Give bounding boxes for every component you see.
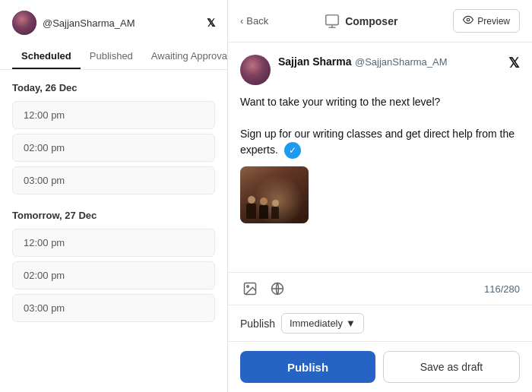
eye-icon [463,14,473,27]
time-slot[interactable]: 03:00 pm [12,294,215,322]
back-label: Back [246,15,268,27]
wordpress-icon[interactable] [268,279,287,299]
post-user-info: Sajjan Sharma @SajjanSharma_AM [278,55,501,68]
time-slot[interactable]: 12:00 pm [12,101,215,129]
tabs-row: Scheduled Published Awaiting Approval [12,44,215,69]
post-area: Sajjan Sharma @SajjanSharma_AM 𝕏 Want to… [228,43,532,272]
publish-options-label: Publish [240,318,275,330]
svg-rect-0 [326,14,339,24]
post-text-line2: Sign up for our writing classes and get … [240,128,515,156]
tomorrow-section: Tomorrow, 27 Dec 12:00 pm 02:00 pm 03:00… [12,210,215,322]
tab-scheduled[interactable]: Scheduled [12,44,81,69]
post-text-line1: Want to take your writing to the next le… [240,96,440,108]
post-user-handle: @SajjanSharma_AM [355,56,448,68]
preview-label: Preview [477,16,510,27]
image-upload-icon[interactable] [240,279,260,299]
right-panel: ‹ Back Composer Preview Sajjan Sha [228,0,532,392]
time-slot[interactable]: 02:00 pm [12,134,215,162]
tomorrow-date-label: Tomorrow, 27 Dec [12,210,215,221]
post-header: Sajjan Sharma @SajjanSharma_AM 𝕏 [240,55,520,85]
image-figures [246,198,279,219]
publish-options-row: Publish Immediately ▼ [228,305,532,342]
left-panel: @SajjanSharma_AM 𝕏 Scheduled Published A… [0,0,228,392]
post-avatar [240,55,271,85]
chevron-left-icon: ‹ [240,15,243,27]
composer-title: Composer [345,15,397,27]
left-header: @SajjanSharma_AM 𝕏 Scheduled Published A… [0,0,227,70]
back-button[interactable]: ‹ Back [240,15,268,27]
today-date-label: Today, 26 Dec [12,82,215,93]
post-image [240,166,309,223]
profile-row: @SajjanSharma_AM 𝕏 [12,11,215,35]
verified-check-badge: ✓ [284,142,301,159]
post-content: Want to take your writing to the next le… [240,94,520,159]
preview-button[interactable]: Preview [453,9,520,33]
toolbar-row: 116/280 [228,272,532,305]
tab-published[interactable]: Published [81,44,142,69]
time-slot[interactable]: 02:00 pm [12,261,215,289]
publish-button[interactable]: Publish [240,351,375,383]
save-as-draft-button[interactable]: Save as draft [383,351,520,383]
composer-header: ‹ Back Composer Preview [228,0,532,43]
svg-point-1 [467,18,470,21]
profile-name: @SajjanSharma_AM [43,17,135,29]
immediately-dropdown[interactable]: Immediately ▼ [281,313,364,334]
x-brand-icon: 𝕏 [508,55,520,71]
tab-awaiting-approval[interactable]: Awaiting Approval [142,44,228,69]
chevron-down-icon: ▼ [346,318,356,329]
today-section: Today, 26 Dec 12:00 pm 02:00 pm 03:00 pm [12,82,215,194]
schedule-content: Today, 26 Dec 12:00 pm 02:00 pm 03:00 pm… [0,70,227,392]
composer-icon [324,13,340,30]
svg-point-3 [247,286,249,288]
avatar [12,11,36,35]
immediately-label: Immediately [290,318,343,329]
x-platform-icon: 𝕏 [207,17,215,29]
composer-title-area: Composer [277,13,444,30]
post-user-name: Sajjan Sharma [278,55,352,68]
action-row: Publish Save as draft [228,342,532,392]
time-slot[interactable]: 12:00 pm [12,229,215,257]
char-count: 116/280 [484,283,520,295]
time-slot[interactable]: 03:00 pm [12,166,215,194]
